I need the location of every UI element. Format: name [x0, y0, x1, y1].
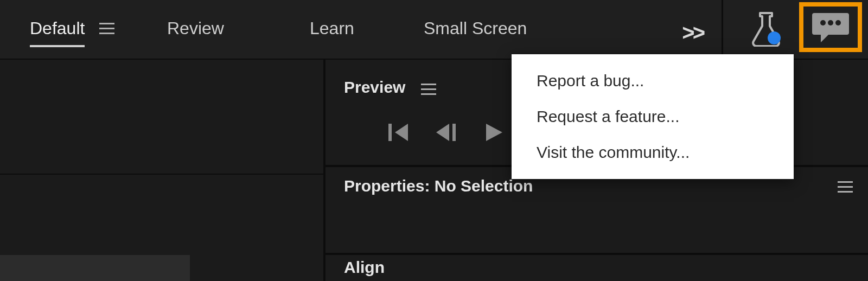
- menu-item-label: Visit the community...: [537, 143, 690, 161]
- workspace-tab-label: Small Screen: [424, 18, 527, 38]
- workspace-tab-label: Learn: [310, 18, 354, 38]
- hamburger-icon: [838, 181, 853, 193]
- workspace-tab-default[interactable]: Default: [30, 18, 85, 45]
- hamburger-icon: [99, 23, 114, 35]
- workspace-tab-review[interactable]: Review: [167, 18, 224, 45]
- svg-marker-4: [395, 124, 408, 141]
- menu-item-label: Request a feature...: [537, 107, 680, 125]
- properties-panel-menu-button[interactable]: [838, 181, 853, 195]
- chevron-double-right-icon: >>: [682, 21, 703, 44]
- notification-dot-icon: [768, 31, 781, 44]
- workspace-tab-learn[interactable]: Learn: [310, 18, 354, 45]
- preview-panel-menu-button[interactable]: [421, 84, 436, 98]
- thumbnail-placeholder: [0, 255, 190, 281]
- menu-item-visit-community[interactable]: Visit the community...: [512, 135, 794, 170]
- svg-point-1: [828, 20, 833, 25]
- menu-item-label: Report a bug...: [537, 72, 644, 90]
- go-to-start-button[interactable]: [388, 123, 410, 144]
- properties-panel-title: Properties: No Selection: [344, 177, 533, 195]
- menu-item-report-bug[interactable]: Report a bug...: [512, 63, 794, 99]
- svg-rect-6: [452, 124, 456, 141]
- svg-rect-3: [388, 124, 392, 141]
- skip-to-start-icon: [388, 123, 410, 142]
- workspace-overflow-button[interactable]: >>: [682, 21, 703, 45]
- left-panel-lower: [0, 175, 326, 281]
- top-right-icon-strip: [722, 0, 868, 60]
- feedback-button[interactable]: [799, 2, 862, 52]
- properties-panel: Properties: No Selection: [326, 167, 868, 255]
- svg-marker-5: [436, 124, 449, 141]
- play-icon: [485, 123, 503, 142]
- step-back-button[interactable]: [435, 123, 460, 144]
- align-panel: Align: [326, 255, 868, 281]
- speech-bubble-icon: [811, 11, 850, 43]
- workspace-default-menu-button[interactable]: [99, 23, 114, 37]
- align-panel-title: Align: [344, 258, 385, 277]
- labs-button[interactable]: [749, 11, 783, 49]
- workspace-bar: Default Review Learn Small Screen >>: [0, 0, 722, 60]
- workspace-tab-label: Review: [167, 18, 224, 38]
- left-panel-upper: [0, 60, 326, 175]
- menu-item-request-feature[interactable]: Request a feature...: [512, 99, 794, 135]
- svg-point-0: [820, 20, 826, 25]
- workspace-tab-small-screen[interactable]: Small Screen: [424, 18, 527, 45]
- feedback-dropdown-menu: Report a bug... Request a feature... Vis…: [512, 54, 794, 179]
- svg-point-2: [835, 20, 841, 25]
- workspace-tab-label: Default: [30, 18, 85, 38]
- preview-panel-title: Preview: [344, 78, 405, 97]
- step-back-icon: [435, 123, 460, 142]
- hamburger-icon: [421, 84, 436, 95]
- svg-marker-7: [486, 124, 502, 141]
- play-button[interactable]: [485, 123, 503, 144]
- transport-controls: [388, 123, 503, 144]
